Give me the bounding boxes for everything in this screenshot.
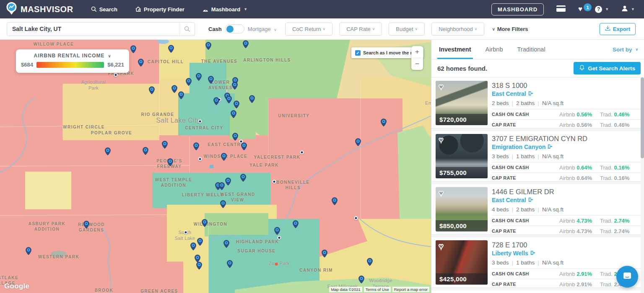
favorite-heart-icon[interactable]: ♥: [439, 82, 444, 92]
property-map-pin[interactable]: [168, 45, 174, 53]
chat-launcher-button[interactable]: [616, 266, 638, 288]
property-map-pin[interactable]: [105, 147, 111, 156]
property-map-pin[interactable]: [213, 97, 220, 105]
small-map-dot[interactable]: [273, 180, 276, 184]
listing-neighborhood-link[interactable]: East Central: [492, 90, 641, 97]
panel-scrollbar-thumb[interactable]: [641, 77, 644, 158]
cash-mortgage-toggle[interactable]: [225, 24, 244, 33]
terms-of-use-link[interactable]: Terms of Use: [364, 287, 391, 292]
listing-address[interactable]: 728 E 1700: [492, 241, 641, 249]
property-map-pin[interactable]: [274, 227, 280, 235]
listing-address[interactable]: 318 S 1000: [492, 82, 641, 90]
property-map-pin[interactable]: [208, 76, 214, 84]
property-map-pin[interactable]: [232, 82, 238, 90]
property-map-pin[interactable]: [381, 118, 387, 127]
property-map-pin[interactable]: [130, 45, 137, 54]
small-map-dot[interactable]: [198, 120, 202, 123]
zoom-in-button[interactable]: +: [411, 46, 423, 58]
export-button[interactable]: Export: [600, 23, 636, 35]
zoom-out-button[interactable]: −: [411, 58, 423, 70]
property-map-pin[interactable]: [223, 240, 230, 248]
property-map-pin[interactable]: [243, 40, 249, 49]
property-map-pin[interactable]: [322, 249, 328, 258]
search-submit-icon[interactable]: [179, 23, 195, 36]
property-map-pin[interactable]: [167, 158, 174, 167]
property-map-pin[interactable]: [225, 177, 231, 186]
sort-by-button[interactable]: Sort by ∨: [613, 40, 638, 59]
listing-card[interactable]: ♥ $850,000 1446 E GILMER DR East Central…: [431, 184, 644, 235]
filter-dropdown-budget[interactable]: Budget∨: [389, 23, 425, 36]
property-map-pin[interactable]: [143, 147, 149, 155]
property-map-pin[interactable]: [293, 220, 299, 229]
location-search-input[interactable]: [7, 26, 179, 32]
small-map-dot[interactable]: [114, 73, 118, 77]
listing-card[interactable]: ♥ $425,000 728 E 1700 Liberty Wells 3 be…: [431, 237, 644, 288]
property-map-pin[interactable]: [234, 100, 240, 109]
property-map-pin[interactable]: [138, 59, 144, 67]
property-map-pin[interactable]: [221, 153, 227, 161]
small-map-dot[interactable]: [354, 216, 358, 220]
mashvisor-logo[interactable]: MASHVISOR: [6, 2, 73, 17]
property-map-pin[interactable]: [232, 133, 239, 141]
property-map-pin[interactable]: [240, 174, 247, 182]
billing-card-icon[interactable]: [556, 5, 566, 13]
filter-dropdown-cap-rate[interactable]: CAP Rate∨: [339, 23, 382, 36]
property-map-pin[interactable]: [171, 85, 178, 93]
help-menu[interactable]: ? ▼: [595, 6, 609, 13]
property-map-pin[interactable]: [193, 142, 200, 151]
checkbox-checked-icon[interactable]: ✓: [355, 50, 361, 56]
filter-dropdown-neighborhood[interactable]: Neighborhood∨: [431, 23, 484, 36]
legend-metric-selector[interactable]: AIRBNB RENTAL INCOME ∨: [21, 53, 124, 59]
property-map-pin[interactable]: [205, 42, 212, 50]
favorite-heart-icon[interactable]: ♥: [439, 188, 444, 198]
property-map-pin[interactable]: [196, 73, 202, 81]
small-map-dot[interactable]: [198, 157, 202, 161]
favorite-heart-icon[interactable]: ♥: [439, 242, 444, 251]
map-canvas[interactable]: WILLOW PLACECAPITOL HILLTHE AVENUESARLIN…: [0, 40, 431, 293]
listing-address[interactable]: 3707 E EMIGRATION CYN RD: [492, 135, 641, 143]
nav-property-finder[interactable]: Property Finder: [135, 6, 184, 13]
listing-card[interactable]: ♥ $720,000 318 S 1000 East Central 2 bed…: [431, 78, 644, 129]
property-map-pin[interactable]: [226, 95, 232, 104]
tab-traditional[interactable]: Traditional: [517, 40, 545, 59]
property-map-pin[interactable]: [197, 238, 203, 246]
listing-card[interactable]: ♥ $755,000 3707 E EMIGRATION CYN RD Emig…: [431, 131, 644, 182]
favorites-heart[interactable]: ♥ 1: [578, 5, 582, 13]
property-map-pin[interactable]: [202, 219, 208, 227]
account-menu[interactable]: ▼: [621, 5, 635, 13]
property-map-pin[interactable]: [178, 91, 184, 100]
listing-neighborhood-link[interactable]: Liberty Wells: [492, 250, 641, 257]
report-map-error-link[interactable]: Report a map error: [392, 287, 429, 292]
listing-photo[interactable]: ♥ $425,000: [436, 240, 488, 285]
listing-address[interactable]: 1446 E GILMER DR: [492, 188, 641, 196]
property-map-pin[interactable]: [367, 258, 373, 266]
property-map-pin[interactable]: [227, 260, 233, 268]
tab-airbnb[interactable]: Airbnb: [486, 40, 503, 59]
property-map-pin[interactable]: [355, 138, 361, 146]
property-map-pin[interactable]: [219, 182, 225, 190]
small-map-dot[interactable]: [184, 231, 188, 234]
small-map-dot[interactable]: [278, 236, 281, 240]
property-map-pin[interactable]: [26, 247, 32, 255]
property-map-pin[interactable]: [149, 86, 155, 95]
tab-investment[interactable]: Investment: [439, 40, 471, 59]
listing-neighborhood-link[interactable]: Emigration Canyon: [492, 144, 641, 150]
property-map-pin[interactable]: [83, 221, 90, 229]
get-search-alerts-button[interactable]: Get Search Alerts: [574, 62, 641, 75]
mashboard-button[interactable]: MASHBOARD: [491, 3, 544, 15]
property-map-pin[interactable]: [241, 142, 247, 151]
filter-dropdown-coc-return[interactable]: CoC Return∨: [285, 23, 332, 36]
listing-photo[interactable]: ♥ $755,000: [436, 134, 488, 178]
property-map-pin[interactable]: [186, 78, 192, 86]
nav-search[interactable]: Search: [91, 6, 117, 13]
property-map-pin[interactable]: [358, 275, 365, 284]
property-map-pin[interactable]: [231, 110, 237, 118]
listing-neighborhood-link[interactable]: East Central: [492, 197, 641, 203]
property-map-pin[interactable]: [332, 197, 338, 206]
property-map-pin[interactable]: [190, 242, 197, 251]
nav-mashboard[interactable]: Mashboard ▼: [202, 6, 247, 13]
property-map-pin[interactable]: [196, 262, 203, 270]
listing-photo[interactable]: ♥ $850,000: [436, 187, 488, 231]
small-map-dot[interactable]: [300, 151, 304, 154]
property-map-pin[interactable]: [162, 141, 168, 149]
